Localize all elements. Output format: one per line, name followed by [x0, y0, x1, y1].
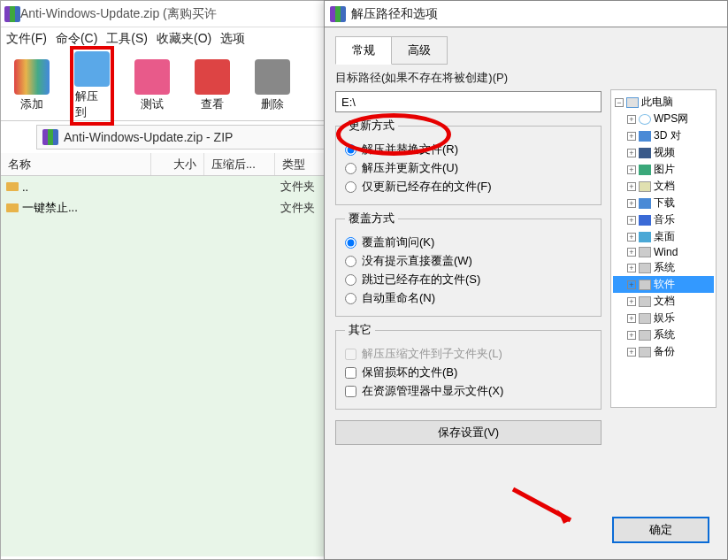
drive-icon [639, 280, 651, 290]
tree-item[interactable]: +备份 [613, 343, 714, 360]
tree-item[interactable]: +WPS网 [613, 111, 714, 127]
tab-advanced[interactable]: 高级 [391, 36, 448, 65]
toolbar-test[interactable]: 测试 [130, 59, 174, 112]
collapse-icon[interactable]: − [615, 98, 624, 107]
toolbar-delete[interactable]: 删除 [250, 59, 295, 112]
tree-label: WPS网 [654, 111, 688, 127]
overwrite-mode-group: 覆盖方式 覆盖前询问(K) 没有提示直接覆盖(W) 跳过已经存在的文件(S) 自… [335, 211, 602, 317]
drive-icon [639, 313, 651, 324]
menu-commands[interactable]: 命令(C) [56, 31, 97, 47]
overwrite-opt-skip[interactable]: 跳过已经存在的文件(S) [345, 272, 592, 288]
tree-item[interactable]: +音乐 [613, 211, 714, 228]
tree-item[interactable]: +系统 [613, 326, 714, 343]
tree-item[interactable]: +Wind [613, 245, 714, 259]
expand-icon[interactable]: + [627, 115, 636, 124]
expand-icon[interactable]: + [627, 314, 636, 323]
toolbar-test-label: 测试 [141, 96, 164, 112]
save-settings-button[interactable]: 保存设置(V) [335, 420, 602, 445]
menu-tools[interactable]: 工具(S) [106, 31, 148, 47]
tree-item[interactable]: +桌面 [613, 228, 714, 245]
tabs: 常规 高级 [335, 36, 717, 65]
folder-icon [6, 182, 19, 191]
tree-item[interactable]: +下载 [613, 195, 714, 211]
menu-favorites[interactable]: 收藏夹(O) [157, 31, 211, 47]
tree-label: 音乐 [654, 212, 675, 227]
tree-label: 娱乐 [654, 311, 675, 326]
overwrite-legend: 覆盖方式 [345, 211, 398, 226]
update-opt-existing[interactable]: 仅更新已经存在的文件(F) [345, 179, 592, 195]
tree-label: 备份 [654, 344, 675, 359]
dl-icon [639, 198, 651, 209]
add-icon [14, 59, 50, 95]
tree-root[interactable]: − 此电脑 [613, 94, 714, 111]
dialog-title: 解压路径和选项 [351, 6, 438, 22]
drive-icon [639, 247, 651, 257]
expand-icon[interactable]: + [627, 280, 636, 289]
tree-item[interactable]: +图片 [613, 161, 714, 178]
update-legend: 更新方式 [345, 118, 398, 134]
col-type[interactable]: 类型 [275, 153, 328, 175]
expand-icon[interactable]: + [627, 248, 636, 257]
dest-path-input[interactable] [335, 91, 602, 112]
overwrite-opt-ask[interactable]: 覆盖前询问(K) [345, 234, 592, 250]
tree-label: 系统 [654, 327, 675, 342]
tree-item[interactable]: +视频 [613, 144, 714, 161]
folder-icon [6, 203, 19, 212]
tree-item[interactable]: +系统 [613, 259, 714, 276]
expand-icon[interactable]: + [627, 264, 636, 272]
tree-label: 下载 [654, 196, 675, 211]
misc-opt-explorer[interactable]: 在资源管理器中显示文件(X) [345, 383, 592, 399]
expand-icon[interactable]: + [627, 331, 636, 340]
drive-icon [639, 263, 651, 273]
doc-icon [639, 181, 651, 192]
expand-icon[interactable]: + [627, 233, 636, 242]
tree-label: 软件 [654, 277, 675, 292]
overwrite-opt-autorename[interactable]: 自动重命名(N) [345, 290, 592, 306]
expand-icon[interactable]: + [627, 216, 636, 225]
expand-icon[interactable]: + [627, 348, 636, 357]
update-opt-replace[interactable]: 解压并替换文件(R) [345, 142, 592, 157]
tree-label: 文档 [654, 179, 675, 194]
folder-tree[interactable]: − 此电脑 +WPS网+3D 对+视频+图片+文档+下载+音乐+桌面+Wind+… [610, 89, 717, 408]
menu-file[interactable]: 文件(F) [6, 31, 47, 47]
expand-icon[interactable]: + [627, 149, 636, 157]
video-icon [639, 148, 651, 158]
misc-opt-subfolder[interactable]: 解压压缩文件到子文件夹(L) [345, 346, 592, 362]
overwrite-opt-noprompt[interactable]: 没有提示直接覆盖(W) [345, 253, 592, 269]
update-opt-update[interactable]: 解压并更新文件(U) [345, 160, 592, 176]
tree-item[interactable]: +软件 [613, 276, 714, 293]
menu-options[interactable]: 选项 [220, 31, 245, 47]
misc-opt-keepbroken[interactable]: 保留损坏的文件(B) [345, 364, 592, 380]
drive-icon [639, 347, 651, 357]
col-size[interactable]: 大小 [151, 153, 204, 175]
toolbar-add[interactable]: 添加 [10, 59, 54, 112]
music-icon [639, 215, 651, 226]
extract-icon [74, 51, 110, 87]
pic-icon [639, 165, 651, 175]
misc-group: 其它 解压压缩文件到子文件夹(L) 保留损坏的文件(B) 在资源管理器中显示文件… [335, 322, 602, 410]
toolbar-delete-label: 删除 [261, 96, 284, 112]
expand-icon[interactable]: + [627, 199, 636, 208]
winrar-icon [330, 6, 346, 22]
toolbar-extract[interactable]: 解压到 [70, 46, 114, 126]
tree-label: 桌面 [654, 229, 675, 244]
expand-icon[interactable]: + [627, 132, 636, 141]
pc-icon [626, 97, 639, 108]
window-title: Anti-Windows-Update.zip (离购买许 [20, 6, 217, 22]
expand-icon[interactable]: + [627, 297, 636, 306]
tree-item[interactable]: +娱乐 [613, 310, 714, 326]
wps-icon [639, 114, 651, 125]
tree-item[interactable]: +文档 [613, 178, 714, 195]
tab-general[interactable]: 常规 [335, 36, 392, 65]
col-name[interactable]: 名称 [1, 153, 151, 175]
tree-item[interactable]: +文档 [613, 293, 714, 310]
expand-icon[interactable]: + [627, 182, 636, 191]
toolbar-view-label: 查看 [201, 96, 224, 112]
ok-button[interactable]: 确定 [612, 517, 709, 543]
col-compressed[interactable]: 压缩后... [204, 153, 275, 175]
tree-label: Wind [654, 246, 678, 258]
tree-item[interactable]: +3D 对 [613, 127, 714, 144]
toolbar-view[interactable]: 查看 [190, 59, 234, 112]
d3-icon [639, 131, 651, 142]
expand-icon[interactable]: + [627, 165, 636, 174]
